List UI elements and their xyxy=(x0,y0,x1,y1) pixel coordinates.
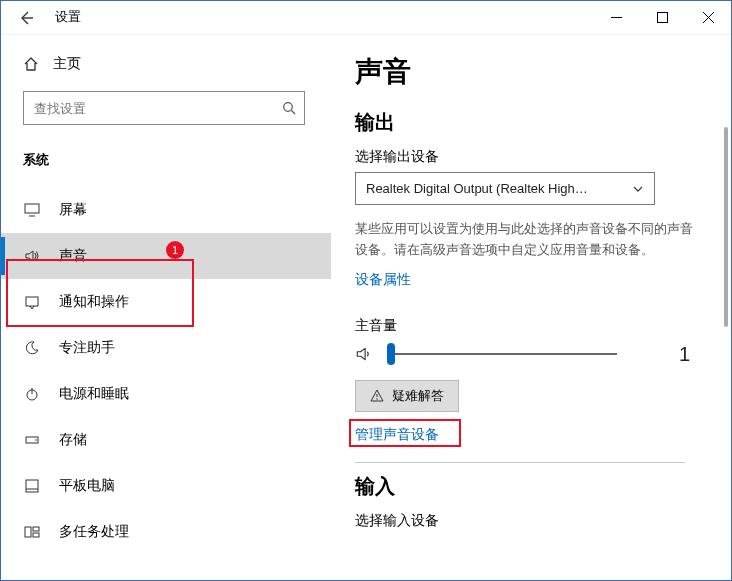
svg-rect-10 xyxy=(33,533,39,537)
sidebar-item-multitasking[interactable]: 多任务处理 xyxy=(1,509,331,555)
speaker-icon xyxy=(23,247,41,265)
volume-slider[interactable] xyxy=(387,344,617,364)
sidebar: 主页 系统 屏幕 声音 xyxy=(1,35,331,580)
window-title: 设置 xyxy=(55,9,81,26)
sidebar-item-label: 多任务处理 xyxy=(59,523,129,541)
svg-rect-2 xyxy=(25,204,39,213)
storage-icon xyxy=(23,431,41,449)
device-properties-link[interactable]: 设备属性 xyxy=(355,271,411,289)
svg-rect-3 xyxy=(26,297,38,306)
input-heading: 输入 xyxy=(355,473,707,500)
sidebar-item-display[interactable]: 屏幕 xyxy=(1,187,331,233)
svg-point-6 xyxy=(35,439,37,441)
sidebar-item-label: 通知和操作 xyxy=(59,293,129,311)
input-device-label: 选择输入设备 xyxy=(355,512,707,530)
minimize-button[interactable] xyxy=(593,1,639,34)
output-device-select[interactable]: Realtek Digital Output (Realtek High… xyxy=(355,172,655,205)
troubleshoot-label: 疑难解答 xyxy=(392,387,444,405)
sidebar-item-sound[interactable]: 声音 xyxy=(1,233,331,279)
notification-icon xyxy=(23,293,41,311)
maximize-icon xyxy=(657,12,668,23)
volume-value: 1 xyxy=(679,343,690,366)
svg-point-1 xyxy=(284,103,293,112)
slider-thumb[interactable] xyxy=(387,343,395,365)
sidebar-item-label: 专注助手 xyxy=(59,339,115,357)
page-title: 声音 xyxy=(355,53,707,91)
slider-track xyxy=(387,353,617,355)
sidebar-item-label: 平板电脑 xyxy=(59,477,115,495)
sidebar-item-storage[interactable]: 存储 xyxy=(1,417,331,463)
sidebar-item-label: 声音 xyxy=(59,247,87,265)
section-separator xyxy=(355,462,685,463)
troubleshoot-button[interactable]: 疑难解答 xyxy=(355,380,459,412)
output-heading: 输出 xyxy=(355,109,707,136)
power-icon xyxy=(23,385,41,403)
svg-rect-8 xyxy=(25,527,31,537)
svg-rect-9 xyxy=(33,527,39,531)
monitor-icon xyxy=(23,201,41,219)
volume-icon[interactable] xyxy=(355,345,373,363)
output-description: 某些应用可以设置为使用与此处选择的声音设备不同的声音设备。请在高级声音选项中自定… xyxy=(355,219,695,261)
close-button[interactable] xyxy=(685,1,731,34)
output-device-label: 选择输出设备 xyxy=(355,148,707,166)
sidebar-item-label: 屏幕 xyxy=(59,201,87,219)
svg-point-11 xyxy=(376,398,377,399)
window-controls xyxy=(593,1,731,34)
home-nav[interactable]: 主页 xyxy=(1,49,331,83)
sidebar-item-label: 电源和睡眠 xyxy=(59,385,129,403)
svg-rect-7 xyxy=(26,480,38,492)
moon-icon xyxy=(23,339,41,357)
chevron-down-icon xyxy=(632,183,644,195)
multitask-icon xyxy=(23,523,41,541)
master-volume-label: 主音量 xyxy=(355,317,707,335)
svg-rect-0 xyxy=(657,13,667,23)
main-panel: 声音 输出 选择输出设备 Realtek Digital Output (Rea… xyxy=(331,35,731,580)
home-label: 主页 xyxy=(53,55,81,73)
manage-sound-devices-link[interactable]: 管理声音设备 xyxy=(355,426,439,444)
search-icon xyxy=(282,101,296,115)
maximize-button[interactable] xyxy=(639,1,685,34)
search-field[interactable] xyxy=(24,101,304,116)
titlebar: 设置 xyxy=(1,1,731,35)
home-icon xyxy=(23,56,39,72)
sidebar-item-label: 存储 xyxy=(59,431,87,449)
sidebar-nav: 屏幕 声音 通知和操作 专注助手 xyxy=(1,177,331,555)
search-input[interactable] xyxy=(23,91,305,125)
tablet-icon xyxy=(23,477,41,495)
sidebar-item-tablet[interactable]: 平板电脑 xyxy=(1,463,331,509)
scrollbar-thumb[interactable] xyxy=(724,127,728,327)
sidebar-item-focus-assist[interactable]: 专注助手 xyxy=(1,325,331,371)
sidebar-item-power-sleep[interactable]: 电源和睡眠 xyxy=(1,371,331,417)
arrow-left-icon xyxy=(18,10,34,26)
warning-icon xyxy=(370,389,384,403)
close-icon xyxy=(703,12,714,23)
sidebar-item-notifications[interactable]: 通知和操作 xyxy=(1,279,331,325)
category-label: 系统 xyxy=(1,137,331,177)
output-device-value: Realtek Digital Output (Realtek High… xyxy=(366,181,588,196)
back-button[interactable] xyxy=(11,3,41,33)
minimize-icon xyxy=(611,12,622,23)
volume-row: 1 xyxy=(355,343,707,366)
